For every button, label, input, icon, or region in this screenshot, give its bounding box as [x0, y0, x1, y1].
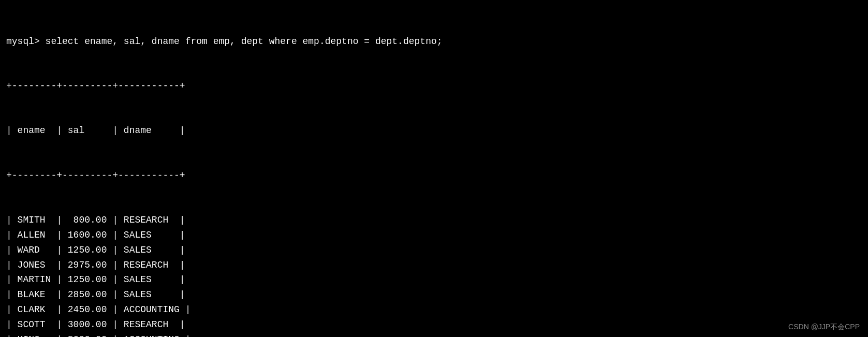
- table-row: | KING | 5000.00 | ACCOUNTING |: [6, 332, 862, 337]
- watermark: CSDN @JJP不会CPP: [788, 323, 860, 332]
- sql-prompt-line: mysql> select ename, sal, dname from emp…: [6, 34, 862, 49]
- table-row: | ALLEN | 1600.00 | SALES |: [6, 228, 862, 243]
- table-separator-mid: +--------+---------+-----------+: [6, 168, 862, 183]
- table-header: | ename | sal | dname |: [6, 123, 862, 138]
- terminal-window: mysql> select ename, sal, dname from emp…: [0, 0, 868, 337]
- table-row: | SCOTT | 3000.00 | RESEARCH |: [6, 317, 862, 332]
- table-row: | SMITH | 800.00 | RESEARCH |: [6, 213, 862, 228]
- table-separator-top: +--------+---------+-----------+: [6, 79, 862, 94]
- table-row: | MARTIN | 1250.00 | SALES |: [6, 272, 862, 287]
- table-row: | BLAKE | 2850.00 | SALES |: [6, 287, 862, 302]
- table-row: | WARD | 1250.00 | SALES |: [6, 243, 862, 258]
- table-row: | JONES | 2975.00 | RESEARCH |: [6, 258, 862, 273]
- table-rows: | SMITH | 800.00 | RESEARCH || ALLEN | 1…: [6, 213, 862, 337]
- table-row: | CLARK | 2450.00 | ACCOUNTING |: [6, 302, 862, 317]
